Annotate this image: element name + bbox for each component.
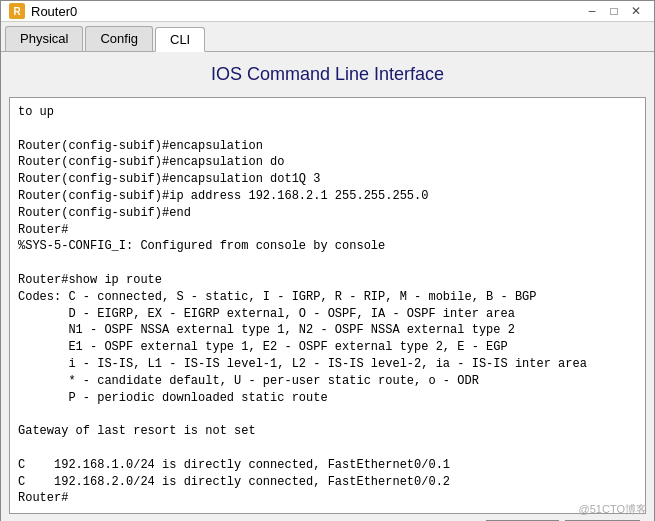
- maximize-button[interactable]: □: [604, 1, 624, 21]
- watermark: @51CTO博客: [579, 502, 647, 517]
- app-icon: R: [9, 3, 25, 19]
- content-area: IOS Command Line Interface to up Router(…: [1, 52, 654, 521]
- minimize-button[interactable]: –: [582, 1, 602, 21]
- window-title: Router0: [31, 4, 77, 19]
- tab-bar: Physical Config CLI: [1, 22, 654, 52]
- terminal-output[interactable]: to up Router(config-subif)#encapsulation…: [10, 98, 645, 513]
- main-window: R Router0 – □ ✕ Physical Config CLI IOS …: [0, 0, 655, 521]
- tab-physical[interactable]: Physical: [5, 26, 83, 51]
- terminal-container: to up Router(config-subif)#encapsulation…: [10, 98, 645, 513]
- section-title: IOS Command Line Interface: [9, 60, 646, 89]
- tab-cli[interactable]: CLI: [155, 27, 205, 52]
- button-bar: Copy Paste: [9, 514, 646, 521]
- title-bar: R Router0 – □ ✕: [1, 1, 654, 22]
- tab-config[interactable]: Config: [85, 26, 153, 51]
- window-controls: – □ ✕: [582, 1, 646, 21]
- close-button[interactable]: ✕: [626, 1, 646, 21]
- terminal-wrapper: to up Router(config-subif)#encapsulation…: [9, 97, 646, 514]
- title-bar-left: R Router0: [9, 3, 77, 19]
